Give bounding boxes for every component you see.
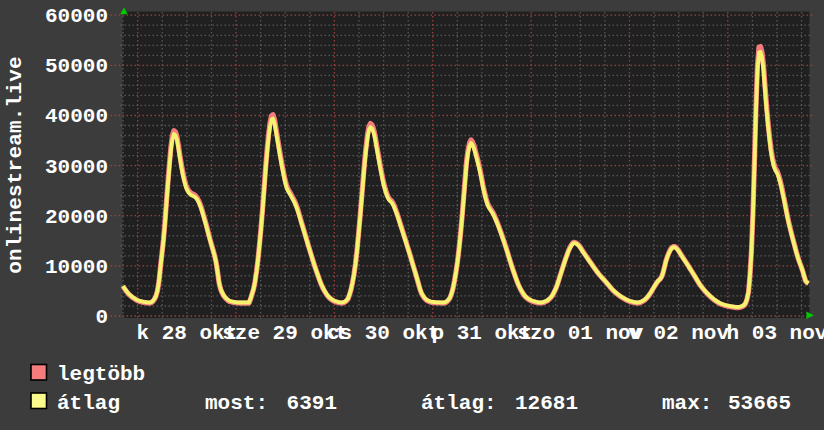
svg-text:12681: 12681 xyxy=(515,392,578,415)
svg-text:szo 01 nov: szo 01 nov xyxy=(517,322,643,345)
svg-text:átlag:: átlag: xyxy=(421,392,497,415)
svg-text:20000: 20000 xyxy=(45,206,108,229)
svg-text:6391: 6391 xyxy=(287,392,337,415)
svg-text:most:: most: xyxy=(205,392,268,415)
svg-text:v 02 nov: v 02 nov xyxy=(628,322,729,345)
svg-text:legtöbb: legtöbb xyxy=(57,363,145,386)
svg-text:10000: 10000 xyxy=(45,256,108,279)
svg-text:60000: 60000 xyxy=(45,5,108,28)
svg-text:0: 0 xyxy=(95,306,108,329)
svg-text:cs 30 okt: cs 30 okt xyxy=(327,322,440,345)
svg-text:átlag: átlag xyxy=(57,392,120,415)
svg-text:onlinestream.live: onlinestream.live xyxy=(4,56,27,274)
svg-text:50000: 50000 xyxy=(45,55,108,78)
svg-text:30000: 30000 xyxy=(45,156,108,179)
svg-text:max:: max: xyxy=(662,392,712,415)
svg-text:53665: 53665 xyxy=(728,392,791,415)
svg-text:40000: 40000 xyxy=(45,105,108,128)
svg-text:h 03 nov: h 03 nov xyxy=(727,322,824,345)
